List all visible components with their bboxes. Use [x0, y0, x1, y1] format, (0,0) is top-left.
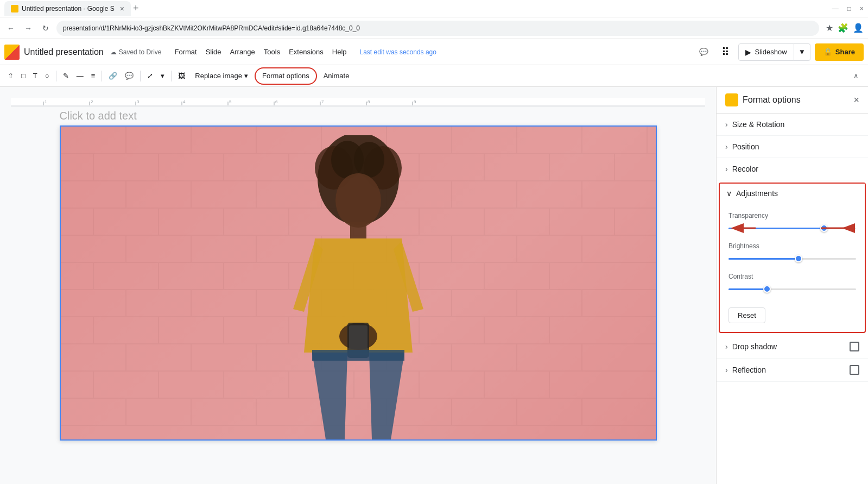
cloud-icon: ☁ — [110, 48, 117, 56]
contrast-fill — [728, 288, 767, 290]
tab-title: Untitled presentation - Google S — [22, 5, 115, 12]
slide-canvas[interactable] — [60, 125, 657, 441]
address-bar-row: ← → ↻ presentation/d/1RNrMki-lo3-gzjcshB… — [0, 17, 868, 39]
transparency-slider-row — [728, 223, 856, 234]
slideshow-btn[interactable]: ▶ Slideshow — [738, 43, 794, 61]
divider-4 — [171, 71, 172, 81]
transparency-thumb[interactable] — [820, 224, 828, 232]
maximize-btn[interactable]: □ — [847, 5, 851, 12]
menu-format[interactable]: Format — [170, 46, 201, 58]
lock-icon: 🔒 — [823, 48, 832, 56]
drop-shadow-chevron-icon: › — [725, 342, 728, 351]
save-status-text: Saved to Drive — [119, 48, 162, 56]
header-right: 💬 ⠿ ▶ Slideshow ▼ 🔒 Share — [695, 43, 864, 61]
minimize-btn[interactable]: — — [832, 5, 839, 12]
slide-title-area[interactable]: Click to add text — [60, 106, 657, 125]
svg-text:5: 5 — [229, 99, 232, 104]
animate-btn[interactable]: Animate — [318, 68, 355, 84]
svg-point-126 — [354, 142, 384, 178]
comment-toolbar-btn[interactable]: 💬 — [122, 68, 137, 84]
pen-btn[interactable]: ✎ — [60, 68, 72, 84]
adjustments-label: Adjustments — [736, 189, 778, 198]
menu-slide[interactable]: Slide — [201, 46, 226, 58]
google-apps-btn[interactable]: ⠿ — [717, 43, 734, 61]
image-btn[interactable]: 🖼 — [175, 68, 188, 84]
back-btn[interactable]: ← — [4, 22, 17, 35]
brightness-slider-row — [728, 253, 856, 264]
replace-image-btn[interactable]: Replace image ▾ — [189, 68, 254, 84]
select-all-btn[interactable]: □ — [18, 68, 29, 84]
presentation-icon: ▶ — [745, 48, 751, 56]
toolbar: ⇧ □ T ○ ✎ — ≡ 🔗 💬 ⤢ ▾ 🖼 Replace image ▾ … — [0, 65, 868, 87]
link-btn[interactable]: 🔗 — [105, 68, 121, 84]
panel-close-btn[interactable]: × — [853, 95, 859, 106]
divider-1 — [56, 71, 56, 81]
size-rotation-chevron-icon: › — [725, 120, 728, 129]
section-reflection: › Reflection — [717, 359, 868, 382]
textbox-btn[interactable]: T — [30, 68, 41, 84]
menu-tools[interactable]: Tools — [259, 46, 284, 58]
last-edit-text: Last edit was seconds ago — [360, 48, 436, 56]
slideshow-label: Slideshow — [755, 48, 787, 56]
format-options-toolbar-btn[interactable]: Format options — [255, 67, 317, 85]
address-bar[interactable]: presentation/d/1RNrMki-lo3-gzjcshBkZKVtM… — [56, 21, 819, 36]
close-btn[interactable]: × — [860, 5, 864, 12]
size-rotation-header[interactable]: › Size & Rotation — [717, 114, 868, 135]
panel-title: Format options — [743, 95, 853, 105]
menu-extensions[interactable]: Extensions — [284, 46, 328, 58]
app-header: Untitled presentation ☁ Saved to Drive F… — [0, 39, 868, 65]
reset-btn[interactable]: Reset — [728, 307, 765, 323]
tab-close-btn[interactable]: × — [120, 4, 124, 13]
select-tool-btn[interactable]: ⇧ — [4, 68, 17, 84]
transform-btn[interactable]: ⤢ — [144, 68, 156, 84]
recolor-header[interactable]: › Recolor — [717, 158, 868, 180]
panel-header: Format options × — [717, 87, 868, 114]
reload-btn[interactable]: ↻ — [39, 22, 52, 35]
brightness-label: Brightness — [728, 242, 856, 250]
size-rotation-label: Size & Rotation — [732, 120, 785, 129]
share-label: Share — [835, 48, 855, 56]
section-position: › Position — [717, 136, 868, 158]
adjustments-chevron-icon: ∨ — [726, 189, 732, 198]
animate-label: Animate — [324, 72, 350, 80]
comment-btn[interactable]: 💬 — [695, 43, 712, 61]
position-header[interactable]: › Position — [717, 136, 868, 158]
reflection-header[interactable]: › Reflection — [725, 366, 766, 374]
reset-label: Reset — [738, 311, 756, 319]
new-tab-btn[interactable]: + — [133, 3, 139, 14]
bookmark-icon[interactable]: ★ — [826, 23, 833, 33]
extensions-icon[interactable]: 🧩 — [838, 23, 848, 33]
drop-shadow-checkbox[interactable] — [850, 342, 859, 351]
drop-shadow-row: › Drop shadow — [717, 335, 868, 358]
slideshow-dropdown-btn[interactable]: ▼ — [794, 43, 810, 61]
share-btn[interactable]: 🔒 Share — [815, 43, 864, 61]
drop-shadow-header[interactable]: › Drop shadow — [725, 342, 777, 351]
reflection-label: Reflection — [732, 366, 766, 374]
menu-bar: Format Slide Arrange Tools Extensions He… — [170, 46, 351, 58]
reflection-checkbox[interactable] — [850, 365, 859, 375]
section-recolor: › Recolor — [717, 158, 868, 180]
forward-btn[interactable]: → — [22, 22, 35, 35]
line-btn[interactable]: — — [73, 68, 87, 84]
brightness-thumb[interactable] — [795, 255, 802, 262]
svg-text:2: 2 — [91, 99, 93, 104]
url-text: presentation/d/1RNrMki-lo3-gzjcshBkZKVtM… — [63, 24, 360, 32]
menu-arrange[interactable]: Arrange — [226, 46, 259, 58]
replace-image-label: Replace image — [195, 72, 242, 80]
contrast-thumb[interactable] — [763, 285, 771, 293]
lasso-btn[interactable]: ○ — [42, 68, 53, 84]
format-panel: Format options × › Size & Rotation › Pos… — [716, 87, 868, 484]
main-area: 1 2 3 4 5 6 7 8 9 Click to add text — [0, 87, 868, 484]
adjustments-content: Transparency — [720, 203, 865, 332]
ruler-horizontal: 1 2 3 4 5 6 7 8 9 — [11, 98, 705, 106]
browser-tab[interactable]: Untitled presentation - Google S × — [4, 1, 131, 16]
adjustments-header[interactable]: ∨ Adjustments — [720, 184, 865, 203]
profile-icon[interactable]: 👤 — [853, 23, 864, 33]
transparency-fill — [728, 228, 824, 229]
menu-help[interactable]: Help — [328, 46, 351, 58]
line-dropdown-btn[interactable]: ≡ — [88, 68, 99, 84]
transform-dropdown-btn[interactable]: ▾ — [157, 68, 168, 84]
toolbar-collapse-btn[interactable]: ∧ — [848, 68, 864, 84]
slide-placeholder-text: Click to add text — [60, 105, 137, 126]
app-title[interactable]: Untitled presentation — [24, 47, 104, 57]
